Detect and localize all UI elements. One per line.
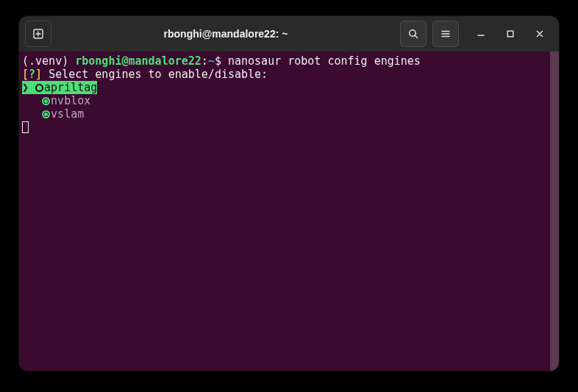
option-indent: [22, 94, 42, 107]
question-mark: ?: [29, 68, 35, 81]
command-text: nanosaur robot config engines: [228, 54, 421, 68]
menu-button[interactable]: [432, 21, 459, 47]
cursor: [22, 121, 29, 133]
option-row[interactable]: nvblox: [22, 94, 556, 107]
colon: :: [201, 54, 208, 68]
bracket-close: ]: [35, 68, 49, 81]
new-tab-button[interactable]: [25, 21, 51, 47]
prompt-line: (.venv) rbonghi@mandalore22:~$ nanosaur …: [22, 54, 556, 68]
minimize-button[interactable]: [471, 24, 491, 44]
maximize-icon: [506, 29, 515, 38]
minimize-icon: [477, 29, 485, 38]
radio-icon: [42, 97, 50, 105]
cwd: ~: [208, 54, 215, 68]
close-button[interactable]: [529, 24, 550, 44]
search-button[interactable]: [400, 21, 427, 47]
cursor-line: [22, 121, 556, 134]
option-row[interactable]: vslam: [22, 107, 556, 121]
question-line: [?] Select engines to enable/disable:: [22, 68, 556, 81]
search-icon: [407, 28, 419, 40]
titlebar: rbonghi@mandalore22: ~: [19, 16, 559, 51]
user-host: rbonghi@mandalore22: [75, 54, 201, 68]
option-label: apriltag: [44, 81, 97, 94]
option-label: vslam: [51, 107, 84, 121]
new-tab-icon: [32, 28, 44, 40]
maximize-button[interactable]: [500, 24, 521, 44]
window-title: rbonghi@mandalore22: ~: [57, 28, 394, 40]
question-text: Select engines to enable/disable:: [49, 68, 268, 81]
venv-prefix: (.venv): [22, 54, 75, 68]
bracket-open: [: [22, 68, 29, 81]
radio-icon: [42, 110, 50, 118]
scrollbar[interactable]: [550, 51, 559, 371]
option-indent: [22, 107, 42, 121]
svg-rect-2: [507, 31, 513, 37]
option-label: nvblox: [51, 94, 90, 107]
option-row-selected[interactable]: ❯ apriltag: [22, 81, 556, 94]
terminal-window: rbonghi@mandalore22: ~: [19, 16, 559, 371]
terminal-body[interactable]: (.venv) rbonghi@mandalore22:~$ nanosaur …: [19, 51, 559, 371]
radio-icon: [35, 84, 43, 92]
pointer: ❯: [22, 81, 35, 94]
close-icon: [535, 29, 544, 38]
window-controls: [471, 24, 550, 44]
dollar: $: [215, 54, 228, 68]
hamburger-icon: [440, 28, 452, 40]
